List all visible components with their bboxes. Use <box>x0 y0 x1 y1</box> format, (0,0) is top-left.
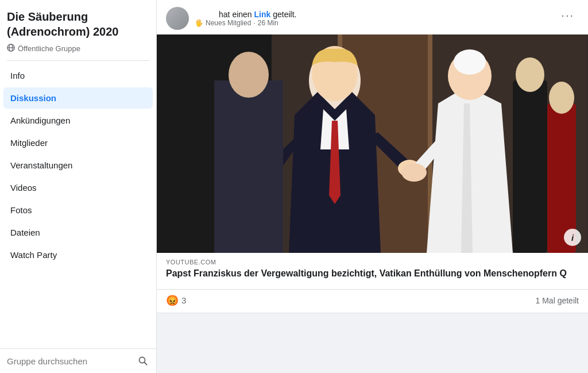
link-preview: YOUTUBE.COM Papst Franziskus der Vergewa… <box>157 253 588 284</box>
sidebar-item-label: Dateien <box>10 228 40 237</box>
link-source: YOUTUBE.COM <box>166 259 579 266</box>
action-text: hat einen <box>219 10 254 19</box>
sidebar-item-watch-party[interactable]: Watch Party <box>3 244 153 266</box>
sidebar-item-label: Watch Party <box>10 250 57 260</box>
time-ago: 26 Min <box>258 19 278 27</box>
info-button[interactable]: i <box>564 229 581 246</box>
reaction-emoji: 😡 <box>166 294 179 307</box>
sidebar: Die Säuberung (Adrenochrom) 2020 Öffentl… <box>0 0 157 373</box>
post-meta: Name hat einen Link geteilt. 🖐️ Neues Mi… <box>195 10 296 27</box>
action-suffix: geteilt. <box>273 10 296 19</box>
sidebar-item-label: Diskussion <box>10 93 56 103</box>
sidebar-nav: Info Diskussion Ankündigungen Mitglieder… <box>0 64 156 348</box>
sidebar-item-label: Fotos <box>10 205 32 215</box>
sidebar-item-videos[interactable]: Videos <box>3 177 153 198</box>
group-title: Die Säuberung (Adrenochrom) 2020 <box>0 0 156 41</box>
svg-rect-17 <box>513 80 547 253</box>
svg-point-18 <box>516 57 544 92</box>
svg-point-14 <box>454 49 486 75</box>
shares-count: 1 Mal geteilt <box>536 296 579 305</box>
reactions-count: 3 <box>181 295 186 305</box>
avatar <box>166 7 189 30</box>
sidebar-search-bar <box>0 348 156 373</box>
sidebar-item-label: Videos <box>10 183 37 193</box>
svg-point-20 <box>549 82 574 114</box>
svg-rect-22 <box>214 80 283 253</box>
post-image: i <box>157 34 588 253</box>
link-word[interactable]: Link <box>254 10 271 19</box>
sidebar-item-mitglieder[interactable]: Mitglieder <box>3 132 153 153</box>
reactions[interactable]: 😡 3 <box>166 294 186 307</box>
sidebar-item-ankuendigungen[interactable]: Ankündigungen <box>3 110 153 131</box>
dot-separator: · <box>253 19 255 27</box>
search-input[interactable] <box>7 356 132 366</box>
avatar-image <box>166 7 189 30</box>
post-footer: 😡 3 1 Mal geteilt <box>157 289 588 313</box>
post-card: Name hat einen Link geteilt. 🖐️ Neues Mi… <box>157 0 588 313</box>
sidebar-item-label: Mitglieder <box>10 138 48 148</box>
post-author-line: Name hat einen Link geteilt. <box>195 10 296 19</box>
link-title[interactable]: Papst Franziskus der Vergewaltigung bezi… <box>166 268 579 280</box>
svg-point-16 <box>401 163 427 182</box>
sidebar-item-label: Ankündigungen <box>10 116 70 125</box>
sidebar-item-label: Info <box>10 71 25 80</box>
sidebar-item-fotos[interactable]: Fotos <box>3 199 153 221</box>
sidebar-item-info[interactable]: Info <box>3 65 153 86</box>
sidebar-item-veranstaltungen[interactable]: Veranstaltungen <box>3 155 153 176</box>
more-options-button[interactable]: ··· <box>556 7 579 23</box>
sidebar-item-diskussion[interactable]: Diskussion <box>3 87 153 109</box>
member-badge: Neues Mitglied <box>206 19 251 27</box>
post-header-left: Name hat einen Link geteilt. 🖐️ Neues Mi… <box>166 7 296 30</box>
post-header: Name hat einen Link geteilt. 🖐️ Neues Mi… <box>157 0 588 34</box>
new-member-icon: 🖐️ <box>195 19 203 27</box>
post-sub: 🖐️ Neues Mitglied · 26 Min <box>195 19 296 27</box>
sidebar-item-label: Veranstaltungen <box>10 160 72 170</box>
sidebar-item-dateien[interactable]: Dateien <box>3 222 153 243</box>
svg-line-4 <box>145 363 147 365</box>
search-icon[interactable] <box>137 355 149 367</box>
sidebar-divider <box>7 60 149 61</box>
svg-point-23 <box>229 52 269 98</box>
post-image-svg <box>157 34 588 253</box>
globe-icon <box>7 44 15 53</box>
group-type: Öffentliche Gruppe <box>0 41 156 60</box>
group-type-label: Öffentliche Gruppe <box>18 44 80 53</box>
main-content: Name hat einen Link geteilt. 🖐️ Neues Mi… <box>157 0 588 373</box>
